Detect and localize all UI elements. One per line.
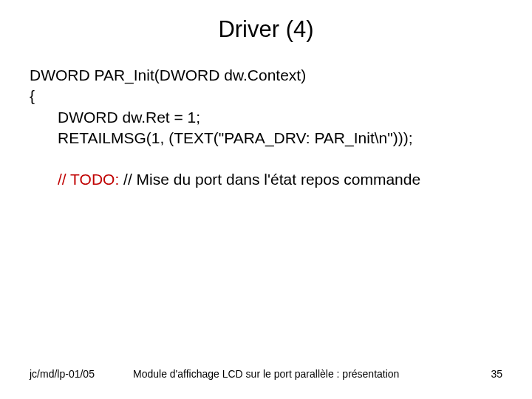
footer-center: Module d'affichage LCD sur le port paral… bbox=[133, 368, 491, 380]
footer-left: jc/md/lp-01/05 bbox=[30, 368, 133, 380]
code-line-2: { bbox=[30, 86, 502, 106]
slide-title: Driver (4) bbox=[0, 0, 532, 65]
code-todo-line: // TODO: // Mise du port dans l'état rep… bbox=[30, 169, 502, 190]
slide-content: DWORD PAR_Init(DWORD dw.Context) { DWORD… bbox=[0, 65, 532, 191]
code-line-3: DWORD dw.Ret = 1; bbox=[30, 107, 502, 128]
code-line-4: RETAILMSG(1, (TEXT("PARA_DRV: PAR_Init\n… bbox=[30, 128, 502, 149]
slide-footer: jc/md/lp-01/05 Module d'affichage LCD su… bbox=[0, 368, 532, 380]
footer-page-number: 35 bbox=[491, 368, 502, 380]
todo-keyword: // TODO: bbox=[58, 171, 119, 188]
todo-text: // Mise du port dans l'état repos comman… bbox=[119, 171, 420, 188]
code-line-1: DWORD PAR_Init(DWORD dw.Context) bbox=[30, 65, 502, 86]
